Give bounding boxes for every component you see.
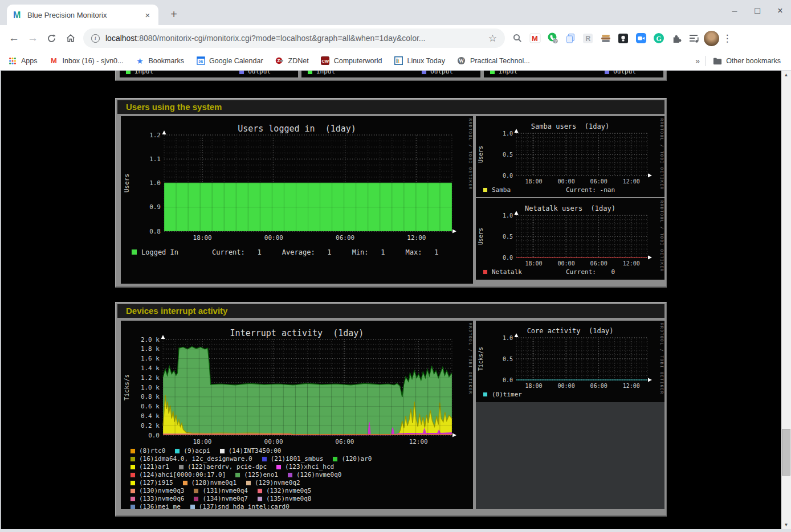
- reload-button[interactable]: [42, 29, 61, 48]
- bookmark-star-icon[interactable]: ☆: [488, 32, 497, 44]
- close-button[interactable]: ×: [775, 6, 785, 16]
- books-stack-extension-icon[interactable]: [597, 30, 614, 47]
- output-label: Output: [430, 71, 453, 75]
- svg-text:2.0 k: 2.0 k: [141, 336, 160, 343]
- bookmark-linux-today[interactable]: lt Linux Today: [394, 56, 445, 66]
- zdnet-icon: Z: [275, 56, 284, 66]
- profile-avatar[interactable]: [704, 31, 719, 46]
- r-extension-icon[interactable]: R: [579, 30, 597, 47]
- core-activity-chart[interactable]: Core activity (1day)Ticks/s0.00.51.018:0…: [476, 321, 664, 402]
- svg-text:Users logged in (1day): Users logged in (1day): [238, 124, 356, 134]
- browser-tab[interactable]: M Blue Precision Monitorix ×: [7, 5, 158, 25]
- bookmark-bookmarks[interactable]: ★ Bookmarks: [136, 56, 185, 66]
- window-bottom-edge: [0, 530, 791, 532]
- network-chart-partial[interactable]: Input Output: [484, 71, 663, 77]
- interrupt-activity-chart[interactable]: Interrupt activity (1day)Ticks/s0.00.2 k…: [121, 321, 473, 509]
- svg-text:06:00: 06:00: [590, 178, 607, 185]
- bookmark-practical-technology[interactable]: W Practical Technol...: [457, 56, 530, 66]
- bookmark-zdnet[interactable]: Z ZDNet: [275, 56, 309, 66]
- svg-text:1.6 k: 1.6 k: [141, 355, 160, 362]
- playlist-extension-icon[interactable]: [685, 30, 703, 47]
- scroll-down-icon[interactable]: ▼: [781, 521, 791, 529]
- svg-text:1.0: 1.0: [503, 335, 513, 341]
- svg-text:0.8 k: 0.8 k: [141, 393, 160, 400]
- grammarly-extension-icon[interactable]: G: [650, 30, 667, 47]
- rrdtool-signature: RRDTOOL / TOBI OETIKER: [468, 118, 472, 190]
- bookmark-apps[interactable]: Apps: [8, 56, 38, 66]
- network-chart-partial[interactable]: Input Output: [120, 71, 298, 77]
- wordpress-icon: W: [457, 56, 466, 66]
- page-info-icon[interactable]: i: [91, 34, 100, 43]
- svg-text:28: 28: [198, 60, 203, 64]
- input-label: Input: [134, 71, 153, 75]
- new-tab-button[interactable]: +: [166, 8, 181, 21]
- chart-legend: Logged InCurrent: 1 Average: 1 Min: 1 Ma…: [131, 248, 465, 256]
- svg-text:1.4 k: 1.4 k: [141, 365, 160, 372]
- rrdtool-signature: RRDTOOL / TOBI OETIKER: [659, 118, 664, 190]
- svg-text:06:00: 06:00: [590, 260, 607, 267]
- netatalk-users-chart[interactable]: Netatalk users (1day)Users0.00.51.018:00…: [476, 198, 664, 280]
- rrdtool-signature: RRDTOOL / TOBI OETIKER: [468, 323, 472, 395]
- svg-text:Users: Users: [478, 228, 484, 245]
- calendar-icon: 28: [196, 56, 205, 66]
- svg-text:0.5: 0.5: [503, 234, 513, 240]
- input-swatch: [490, 71, 495, 75]
- browser-window: M Blue Precision Monitorix × + – □ × ← →…: [0, 0, 791, 532]
- browser-menu-icon[interactable]: ⋮: [720, 32, 734, 44]
- network-chart-partial[interactable]: Input Output: [301, 71, 480, 77]
- back-button[interactable]: ←: [5, 29, 23, 48]
- bookmark-inbox[interactable]: M Inbox (16) - sjvn0...: [50, 56, 124, 66]
- tab-close-icon[interactable]: ×: [142, 10, 153, 20]
- scroll-up-icon[interactable]: ▲: [781, 71, 791, 79]
- minimize-button[interactable]: –: [729, 6, 740, 16]
- other-bookmarks[interactable]: Other bookmarks: [713, 56, 781, 66]
- bookmark-computerworld[interactable]: CW Computerworld: [321, 56, 382, 66]
- bookmark-google-calendar[interactable]: 28 Google Calendar: [196, 56, 263, 66]
- chart-legend: (0)timer: [483, 391, 659, 399]
- svg-text:18:00: 18:00: [193, 438, 211, 445]
- svg-text:0.4 k: 0.4 k: [141, 412, 160, 420]
- svg-text:Users: Users: [123, 174, 131, 193]
- input-label: Input: [316, 71, 335, 75]
- rrdtool-signature: RRDTOOL / TOBI OETIKER: [659, 200, 664, 272]
- maximize-button[interactable]: □: [752, 6, 763, 16]
- tab-title: Blue Precision Monitorix: [27, 11, 142, 19]
- chart-legend: NetatalkCurrent: 0: [483, 268, 659, 276]
- svg-text:0.5: 0.5: [503, 152, 513, 158]
- scrollbar-thumb[interactable]: [782, 429, 790, 476]
- devices-section-header: Devices interrupt activity: [117, 304, 664, 318]
- svg-text:W: W: [459, 58, 464, 64]
- svg-text:00:00: 00:00: [558, 178, 575, 185]
- page-scrollbar[interactable]: ▲ ▼: [781, 71, 791, 529]
- bookmark-label: Bookmarks: [149, 57, 185, 65]
- svg-text:Interrupt activity (1day): Interrupt activity (1day): [230, 328, 364, 338]
- devices-section: Devices interrupt activity Interrupt act…: [115, 302, 667, 517]
- lamp-extension-icon[interactable]: [614, 30, 632, 47]
- bookmark-label: Inbox (16) - sjvn0...: [63, 57, 124, 65]
- section-filler: [476, 402, 664, 509]
- zoom-camera-extension-icon[interactable]: [632, 30, 650, 47]
- search-extension-icon[interactable]: [508, 30, 526, 47]
- users-section-header: Users using the system: [117, 100, 664, 114]
- home-button[interactable]: [61, 29, 80, 48]
- bookmarks-overflow-icon[interactable]: »: [690, 56, 706, 66]
- bookmarks-bar: Apps M Inbox (16) - sjvn0... ★ Bookmarks…: [0, 51, 791, 71]
- address-bar[interactable]: i localhost:8080/monitorix-cgi/monitorix…: [83, 28, 505, 48]
- svg-text:?: ?: [554, 39, 557, 44]
- output-swatch: [604, 71, 610, 75]
- svg-text:Users: Users: [478, 146, 484, 163]
- extensions-puzzle-icon[interactable]: [667, 30, 685, 47]
- svg-text:00:00: 00:00: [558, 383, 575, 389]
- monitorix-favicon: M: [13, 10, 22, 19]
- users-logged-in-chart[interactable]: Users logged in (1day)Users0.80.91.01.11…: [121, 116, 473, 284]
- svg-text:1.0 k: 1.0 k: [141, 384, 160, 391]
- url-text[interactable]: localhost:8080/monitorix-cgi/monitorix.c…: [105, 34, 488, 43]
- phone-extension-icon[interactable]: ?: [544, 30, 561, 47]
- gmail-extension-icon[interactable]: M: [526, 30, 544, 47]
- copy-pages-extension-icon[interactable]: [561, 30, 579, 47]
- svg-text:Core activity (1day): Core activity (1day): [527, 327, 614, 335]
- svg-text:12:00: 12:00: [407, 234, 426, 242]
- svg-text:0.0: 0.0: [503, 377, 513, 383]
- samba-users-chart[interactable]: Samba users (1day)Users0.00.51.018:0000:…: [476, 116, 664, 197]
- input-label: Input: [499, 71, 517, 75]
